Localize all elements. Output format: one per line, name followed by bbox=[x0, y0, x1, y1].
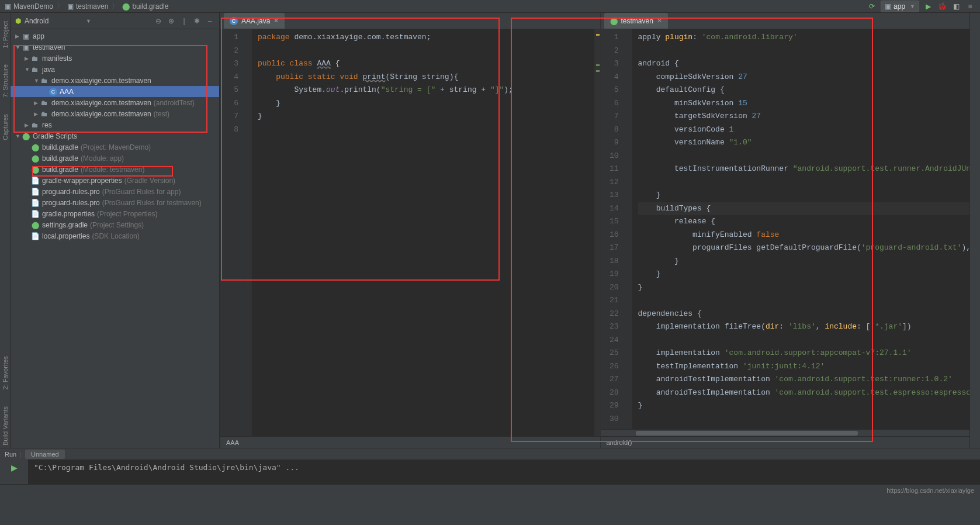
tree-node-gradle-scripts[interactable]: ▼⬤Gradle Scripts bbox=[11, 130, 219, 141]
target-icon[interactable]: ⊕ bbox=[167, 16, 176, 26]
tool-structure[interactable]: 7: Structure bbox=[2, 62, 9, 100]
editor-tabs-left: C AAA.java ✕ bbox=[220, 13, 600, 29]
project-tree[interactable]: ▶▣app ▼▣testmaven ▶🖿manifests ▼🖿java ▼🖿d… bbox=[11, 29, 219, 448]
tree-node-bg-app[interactable]: ⬤build.gradle(Module: app) bbox=[11, 153, 219, 164]
sync-icon[interactable]: ⟳ bbox=[867, 1, 877, 12]
stop-icon[interactable]: ■ bbox=[965, 1, 975, 12]
tree-node-java[interactable]: ▼🖿java bbox=[11, 64, 219, 75]
panel-title[interactable]: Android bbox=[25, 17, 80, 25]
editor-pane-right: ⬤ testmaven ✕ 12345678910111213141516171… bbox=[600, 13, 981, 448]
fold-gutter[interactable] bbox=[624, 29, 632, 429]
breadcrumb-file[interactable]: ⬤build.gradle bbox=[122, 2, 168, 11]
tree-node-gradle-props[interactable]: 📄gradle.properties(Project Properties) bbox=[11, 208, 219, 219]
class-icon: C bbox=[49, 88, 57, 96]
tree-node-proguard-tm[interactable]: 📄proguard-rules.pro(ProGuard Rules for t… bbox=[11, 197, 219, 208]
status-bar: https://blog.csdn.net/xiaxiayige bbox=[0, 484, 980, 496]
close-icon[interactable]: ✕ bbox=[657, 17, 662, 25]
debug-icon[interactable]: 🐞 bbox=[937, 1, 947, 12]
editor-tabs-right: ⬤ testmaven ✕ bbox=[601, 13, 981, 29]
run-config-tab[interactable]: Unnamed bbox=[25, 450, 65, 459]
chevron-right-icon: 〉 bbox=[57, 1, 64, 11]
navigation-bar: ▣MavenDemo 〉 ▣testmaven 〉 ⬤build.gradle … bbox=[0, 0, 980, 13]
line-gutter[interactable]: 12345678 bbox=[220, 29, 244, 436]
horizontal-scrollbar[interactable] bbox=[601, 429, 981, 436]
run-console: ▶ "C:\Program Files\Android\Android Stud… bbox=[0, 460, 980, 484]
chevron-down-icon[interactable]: ▼ bbox=[86, 18, 91, 24]
tab-label: AAA.java bbox=[241, 17, 270, 25]
collapse-icon[interactable]: ⊖ bbox=[154, 16, 163, 26]
chevron-right-icon: 〉 bbox=[112, 1, 119, 11]
code-editor-right[interactable]: apply plugin: 'com.android.library' andr… bbox=[632, 29, 975, 429]
run-tool-header: Run | Unnamed bbox=[0, 448, 980, 460]
fold-gutter[interactable] bbox=[244, 29, 252, 436]
tree-node-pkg-main[interactable]: ▼🖿demo.xiaxiayige.com.testmaven bbox=[11, 75, 219, 86]
tree-node-manifests[interactable]: ▶🖿manifests bbox=[11, 53, 219, 64]
project-panel-header: ⬢ Android ▼ ⊖ ⊕ | ✱ – bbox=[11, 13, 219, 29]
tab-aaa-java[interactable]: C AAA.java ✕ bbox=[224, 13, 285, 29]
divider-icon: | bbox=[179, 16, 189, 26]
tree-node-settings-gradle[interactable]: ⬤settings.gradle(Project Settings) bbox=[11, 219, 219, 230]
project-tool-window: ⬢ Android ▼ ⊖ ⊕ | ✱ – ▶▣app ▼▣testmaven … bbox=[11, 13, 220, 448]
class-icon: C bbox=[230, 17, 238, 25]
run-icon[interactable]: ▶ bbox=[11, 463, 18, 472]
tree-node-gradle-wrapper[interactable]: 📄gradle-wrapper.properties(Gradle Versio… bbox=[11, 175, 219, 186]
tree-node-bg-project[interactable]: ⬤build.gradle(Project: MavenDemo) bbox=[11, 141, 219, 153]
tool-build-variants[interactable]: Build Variants bbox=[2, 404, 9, 448]
right-tool-strip bbox=[969, 13, 980, 448]
console-output[interactable]: "C:\Program Files\Android\Android Studio… bbox=[28, 460, 980, 484]
run-config-selector[interactable]: ▣app▼ bbox=[881, 1, 919, 12]
tree-node-testmaven[interactable]: ▼▣testmaven bbox=[11, 42, 219, 53]
run-toolbar: ▶ bbox=[0, 460, 28, 484]
tab-testmaven[interactable]: ⬤ testmaven ✕ bbox=[604, 13, 668, 29]
tree-node-aaa[interactable]: CAAA bbox=[11, 86, 219, 97]
close-icon[interactable]: ✕ bbox=[273, 17, 279, 25]
code-editor-left[interactable]: package demo.xiaxiayige.com.testmaven; p… bbox=[252, 29, 594, 436]
error-stripe[interactable] bbox=[594, 29, 600, 436]
android-icon: ⬢ bbox=[15, 17, 21, 25]
editor-pane-left: C AAA.java ✕ 12345678 package demo.xiaxi… bbox=[220, 13, 600, 448]
breadcrumb-root[interactable]: ▣MavenDemo bbox=[5, 2, 53, 11]
tool-project[interactable]: 1: Project bbox=[2, 19, 9, 50]
left-tool-strip: 1: Project 7: Structure Captures 2: Favo… bbox=[0, 13, 11, 448]
tree-node-bg-testmaven[interactable]: ⬤build.gradle(Module: testmaven) bbox=[11, 164, 219, 175]
watermark-url: https://blog.csdn.net/xiaxiayige bbox=[886, 487, 974, 494]
tree-node-pkg-androidtest[interactable]: ▶🖿demo.xiaxiayige.com.testmaven(androidT… bbox=[11, 97, 219, 108]
breadcrumb-bar-left[interactable]: AAA bbox=[220, 436, 600, 448]
profile-icon[interactable]: ◧ bbox=[951, 1, 961, 12]
run-tab[interactable]: Run bbox=[5, 451, 16, 458]
tree-node-local-props[interactable]: 📄local.properties(SDK Location) bbox=[11, 230, 219, 241]
tree-node-app[interactable]: ▶▣app bbox=[11, 30, 219, 42]
run-icon[interactable]: ▶ bbox=[923, 1, 933, 12]
gear-icon[interactable]: ✱ bbox=[192, 16, 202, 26]
hide-icon[interactable]: – bbox=[205, 16, 214, 26]
tree-node-pkg-test[interactable]: ▶🖿demo.xiaxiayige.com.testmaven(test) bbox=[11, 108, 219, 119]
gradle-icon: ⬤ bbox=[610, 17, 618, 25]
tree-node-proguard-app[interactable]: 📄proguard-rules.pro(ProGuard Rules for a… bbox=[11, 186, 219, 197]
tool-captures[interactable]: Captures bbox=[2, 112, 9, 143]
tool-favorites[interactable]: 2: Favorites bbox=[2, 354, 9, 392]
line-gutter[interactable]: 1234567891011121314151617181920212223242… bbox=[601, 29, 624, 429]
tab-label: testmaven bbox=[621, 17, 653, 25]
breadcrumb-bar-right[interactable]: android() bbox=[601, 436, 981, 448]
breadcrumb-module[interactable]: ▣testmaven bbox=[67, 2, 108, 11]
tree-node-res[interactable]: ▶🖿res bbox=[11, 119, 219, 130]
